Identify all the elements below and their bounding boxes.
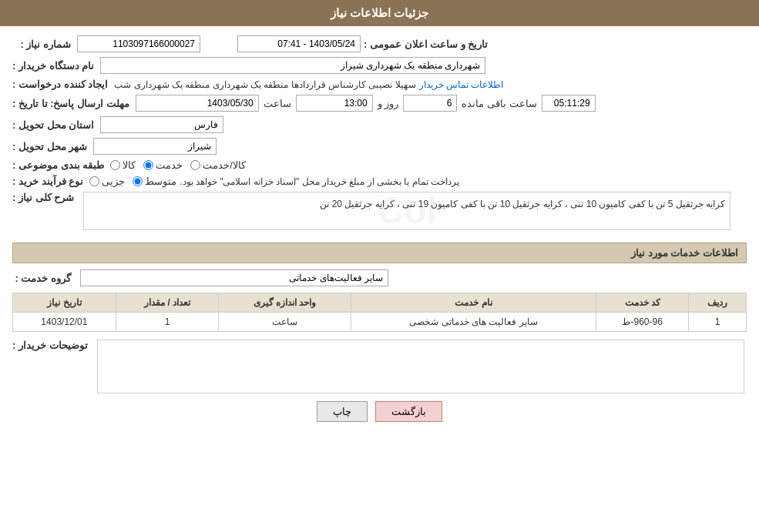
buttons-row: بازگشت چاپ: [12, 401, 747, 422]
col-name: نام خدمت: [351, 293, 596, 313]
creator-row: اطلاعات تماس خریدار سهیلا نصیبی کارشناس …: [12, 79, 747, 90]
city-row: شهر محل تحویل :: [12, 138, 747, 155]
kala-radio[interactable]: [110, 160, 120, 170]
kala-khedmat-label: کالا/خدمت: [203, 159, 246, 171]
remain-label: ساعت باقی مانده: [462, 98, 536, 109]
creator-label: ایجاد کننده درخواست :: [12, 79, 111, 90]
back-button[interactable]: بازگشت: [375, 401, 442, 422]
watermark: Col: [378, 182, 437, 241]
cell-row: 1: [689, 313, 747, 332]
creator-link[interactable]: اطلاعات تماس خریدار: [419, 79, 504, 90]
remain-time-input[interactable]: [542, 95, 596, 112]
group-label: گروه خدمت :: [12, 273, 74, 284]
process-radio-group: متوسط جزیی: [89, 176, 176, 187]
col-date: تاریخ نیاز: [13, 293, 116, 313]
cell-code: 960-96-ط: [596, 313, 688, 332]
province-label: استان محل تحویل :: [12, 119, 97, 131]
motavaset-radio[interactable]: [133, 176, 143, 186]
kala-khedmat-radio[interactable]: [190, 160, 200, 170]
remain-row: ساعت باقی مانده روز و ساعت: [136, 95, 596, 112]
city-label: شهر محل تحویل :: [12, 141, 90, 152]
province-input[interactable]: [100, 116, 223, 133]
services-table-head: ردیف کد خدمت نام خدمت واحد اندازه گیری ت…: [13, 293, 747, 313]
deadline-time-label: ساعت: [264, 98, 291, 109]
process-motavaset[interactable]: متوسط: [133, 176, 176, 187]
deadline-time-input[interactable]: [296, 95, 373, 112]
page-wrapper: جزئیات اطلاعات نیاز تاریخ و ساعت اعلان ع…: [0, 0, 759, 532]
process-row: پرداخت تمام یا بخشی از مبلغ خریدار محل "…: [12, 176, 747, 187]
description-box: کرایه جرثقیل 5 تن با کفی کامیون 10 تنی ،…: [83, 192, 730, 230]
announcement-input[interactable]: [237, 35, 361, 52]
khedmat-radio[interactable]: [143, 160, 153, 170]
print-button[interactable]: چاپ: [317, 401, 368, 422]
buyer-notes-label: توضیحات خریدار :: [12, 340, 91, 351]
group-row: گروه خدمت :: [12, 269, 747, 286]
process-label: نوع فرآیند خرید :: [12, 176, 86, 187]
description-section: کرایه جرثقیل 5 تن با کفی کامیون 10 تنی ،…: [12, 192, 747, 236]
need-number-row: تاریخ و ساعت اعلان عمومی : شماره نیاز :: [12, 35, 747, 52]
deadline-day-label: روز و: [378, 98, 399, 109]
description-text: کرایه جرثقیل 5 تن با کفی کامیون 10 تنی ،…: [320, 199, 725, 209]
cell-qty: 1: [116, 313, 219, 332]
category-khedmat[interactable]: خدمت: [143, 159, 183, 171]
services-table-section: ردیف کد خدمت نام خدمت واحد اندازه گیری ت…: [12, 293, 747, 332]
kala-label: کالا: [123, 159, 136, 171]
main-content: تاریخ و ساعت اعلان عمومی : شماره نیاز : …: [0, 26, 759, 439]
category-kala[interactable]: کالا: [110, 159, 136, 171]
motavaset-label: متوسط: [145, 176, 176, 187]
page-header: جزئیات اطلاعات نیاز: [0, 0, 759, 26]
announcement-label: تاریخ و ساعت اعلان عمومی :: [364, 38, 491, 50]
province-row: استان محل تحویل :: [12, 116, 747, 133]
deadline-date-input[interactable]: [136, 95, 259, 112]
buyer-notes-row: توضیحات خریدار :: [12, 340, 747, 393]
group-input[interactable]: [80, 269, 388, 286]
jozi-radio[interactable]: [89, 176, 99, 186]
deadline-label: مهلت ارسال پاسخ: تا تاریخ :: [12, 98, 133, 109]
need-number-input[interactable]: [77, 35, 200, 52]
category-label: طبقه بندی موضوعی :: [12, 159, 107, 171]
buyer-row: نام دستگاه خریدار :: [12, 57, 747, 74]
buyer-label: نام دستگاه خریدار :: [12, 60, 97, 72]
need-number-label: شماره نیاز :: [12, 38, 74, 50]
khedmat-label: خدمت: [156, 159, 183, 171]
buyer-input[interactable]: [100, 57, 485, 74]
deadline-row: ساعت باقی مانده روز و ساعت مهلت ارسال پا…: [12, 95, 747, 112]
category-row: کالا/خدمت خدمت کالا طبقه بندی موضوعی :: [12, 159, 747, 171]
process-note: پرداخت تمام یا بخشی از مبلغ خریدار محل "…: [180, 176, 459, 187]
services-table-body: 1 960-96-ط سایر فعالیت های خدماتی شخصی س…: [13, 313, 747, 332]
process-jozi[interactable]: جزیی: [89, 176, 125, 187]
category-radio-group: کالا/خدمت خدمت کالا: [110, 159, 246, 171]
col-unit: واحد اندازه گیری: [219, 293, 351, 313]
services-section-title: اطلاعات خدمات مورد نیاز: [12, 243, 747, 263]
buyer-notes-textarea[interactable]: [97, 340, 744, 393]
cell-name: سایر فعالیت های خدماتی شخصی: [351, 313, 596, 332]
services-table: ردیف کد خدمت نام خدمت واحد اندازه گیری ت…: [12, 293, 747, 332]
col-qty: تعداد / مقدار: [116, 293, 219, 313]
cell-unit: ساعت: [219, 313, 351, 332]
table-row: 1 960-96-ط سایر فعالیت های خدماتی شخصی س…: [13, 313, 747, 332]
jozi-label: جزیی: [102, 176, 125, 187]
category-kala-khedmat[interactable]: کالا/خدمت: [190, 159, 246, 171]
cell-date: 1403/12/01: [13, 313, 116, 332]
services-table-header-row: ردیف کد خدمت نام خدمت واحد اندازه گیری ت…: [13, 293, 747, 313]
page-title: جزئیات اطلاعات نیاز: [331, 6, 428, 19]
deadline-days-input[interactable]: [403, 95, 457, 112]
description-label: شرح کلی نیاز :: [12, 192, 77, 203]
city-input[interactable]: [93, 138, 217, 155]
creator-value: سهیلا نصیبی کارشناس قراردادها منطقه یک ش…: [114, 79, 415, 90]
col-code: کد خدمت: [596, 293, 688, 313]
col-row: ردیف: [689, 293, 747, 313]
